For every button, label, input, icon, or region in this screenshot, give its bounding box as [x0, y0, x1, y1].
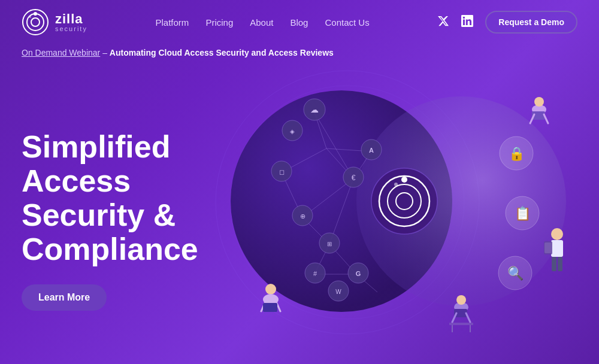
webinar-link[interactable]: On Demand Webinar	[22, 48, 100, 57]
svg-text:A: A	[369, 147, 374, 154]
header: zilla security Platform Pricing About Bl…	[0, 0, 599, 44]
svg-text:⊞: ⊞	[327, 241, 332, 247]
webinar-separator: –	[100, 48, 110, 57]
svg-rect-63	[449, 323, 473, 325]
svg-text:◈: ◈	[290, 128, 295, 135]
learn-more-button[interactable]: Learn More	[22, 284, 107, 311]
svg-text:◻: ◻	[279, 168, 285, 175]
nav-blog[interactable]: Blog	[290, 17, 308, 28]
svg-point-61	[456, 295, 466, 305]
svg-rect-70	[552, 257, 556, 271]
webinar-banner: On Demand Webinar – Automating Cloud Acc…	[0, 44, 599, 59]
hero-title: Simplified Access Security & Compliance	[22, 130, 213, 267]
svg-rect-71	[558, 257, 562, 271]
svg-text:#: #	[313, 270, 317, 277]
main-nav: Platform Pricing About Blog Contact Us	[156, 17, 370, 28]
svg-point-66	[551, 228, 563, 240]
svg-text:G: G	[356, 270, 361, 277]
brand-name: zilla	[55, 13, 87, 26]
svg-point-72	[265, 284, 276, 295]
demo-button[interactable]: Request a Demo	[485, 11, 577, 34]
svg-text:W: W	[335, 289, 341, 295]
twitter-icon[interactable]	[437, 15, 449, 30]
svg-point-2	[31, 18, 40, 26]
main-content: Simplified Access Security & Compliance …	[0, 59, 599, 352]
svg-rect-74	[263, 303, 277, 312]
nav-about[interactable]: About	[250, 17, 273, 28]
brand-sub: security	[55, 26, 87, 32]
svg-point-50	[394, 183, 398, 186]
linkedin-icon[interactable]	[461, 15, 473, 30]
svg-rect-67	[551, 240, 563, 257]
svg-point-3	[34, 12, 37, 16]
svg-text:⊕: ⊕	[300, 213, 305, 220]
webinar-title: Automating Cloud Access Security and Acc…	[110, 48, 334, 57]
svg-point-58	[534, 97, 544, 107]
svg-text:🔍: 🔍	[507, 265, 524, 281]
svg-text:☁: ☁	[310, 105, 319, 114]
svg-point-49	[401, 177, 407, 183]
nav-contact[interactable]: Contact Us	[325, 17, 369, 28]
person-top	[530, 97, 548, 123]
nav-platform[interactable]: Platform	[156, 17, 189, 28]
logo[interactable]: zilla security	[22, 8, 87, 36]
svg-text:€: €	[352, 174, 356, 182]
venn-svg: ☁ A € ◻ ⊕ ⊞ G # W ◈	[210, 53, 599, 364]
svg-text:🔒: 🔒	[509, 145, 525, 162]
nav-pricing[interactable]: Pricing	[205, 17, 233, 28]
logo-text: zilla security	[55, 13, 87, 32]
venn-illustration: ☁ A € ◻ ⊕ ⊞ G # W ◈	[210, 53, 599, 364]
svg-rect-69	[544, 241, 552, 254]
logo-icon	[22, 8, 49, 36]
hero-text: Simplified Access Security & Compliance …	[22, 118, 213, 311]
svg-text:📋: 📋	[515, 205, 531, 222]
svg-point-4	[29, 16, 31, 18]
header-right: Request a Demo	[437, 11, 577, 34]
